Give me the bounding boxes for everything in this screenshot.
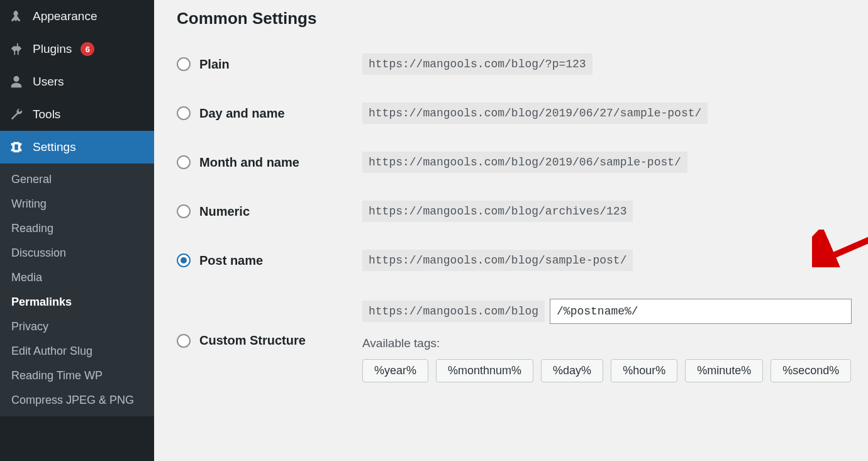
available-tags-row: %year% %monthnum% %day% %hour% %minute% … [362, 359, 852, 382]
radio-plain[interactable] [177, 57, 191, 71]
permalink-options: Plain https://mangools.com/blog/?p=123 D… [177, 53, 852, 382]
svg-line-1 [823, 235, 868, 260]
tag-button-minute[interactable]: %minute% [685, 359, 763, 382]
option-custom: Custom Structure https://mangools.com/bl… [177, 299, 852, 382]
users-icon [9, 74, 24, 89]
option-numeric: Numeric https://mangools.com/blog/archiv… [177, 201, 852, 222]
main-content: Common Settings Plain https://mangools.c… [154, 0, 868, 461]
sidebar-item-appearance[interactable]: Appearance [0, 0, 154, 33]
example-url: https://mangools.com/blog/?p=123 [362, 53, 593, 75]
available-tags-label: Available tags: [362, 336, 852, 350]
option-plain: Plain https://mangools.com/blog/?p=123 [177, 53, 852, 75]
option-label: Month and name [199, 155, 299, 170]
plugins-icon [9, 42, 24, 57]
settings-icon [9, 140, 24, 155]
plugins-update-badge: 6 [81, 42, 94, 56]
option-label: Day and name [199, 106, 285, 121]
radio-post-name[interactable] [177, 253, 191, 267]
radio-custom[interactable] [177, 334, 191, 348]
radio-day-name[interactable] [177, 106, 191, 120]
tools-icon [9, 107, 24, 122]
tag-button-year[interactable]: %year% [362, 359, 428, 382]
radio-numeric[interactable] [177, 204, 191, 218]
radio-label-numeric[interactable]: Numeric [177, 204, 350, 219]
option-post-name: Post name https://mangools.com/blog/samp… [177, 250, 852, 271]
annotation-arrow-icon [812, 230, 868, 267]
radio-label-day-name[interactable]: Day and name [177, 106, 350, 121]
sub-item-compress-jpeg-png[interactable]: Compress JPEG & PNG [0, 388, 154, 413]
sidebar-item-plugins[interactable]: Plugins 6 [0, 33, 154, 65]
example-url: https://mangools.com/blog/archives/123 [362, 201, 633, 222]
sidebar-item-label: Settings [33, 140, 76, 154]
sub-item-edit-author-slug[interactable]: Edit Author Slug [0, 339, 154, 364]
sub-item-writing[interactable]: Writing [0, 192, 154, 216]
sub-item-permalinks[interactable]: Permalinks [0, 290, 154, 314]
sub-item-reading-time-wp[interactable]: Reading Time WP [0, 364, 154, 388]
tag-button-day[interactable]: %day% [541, 359, 603, 382]
sidebar-item-label: Users [33, 75, 64, 89]
option-day-name: Day and name https://mangools.com/blog/2… [177, 103, 852, 124]
example-url: https://mangools.com/blog/sample-post/ [362, 250, 633, 271]
radio-label-month-name[interactable]: Month and name [177, 155, 350, 170]
tag-button-second[interactable]: %second% [771, 359, 851, 382]
sub-item-media[interactable]: Media [0, 265, 154, 290]
example-url: https://mangools.com/blog/2019/06/sample… [362, 152, 687, 173]
custom-structure-input[interactable] [550, 299, 852, 324]
option-label: Numeric [199, 204, 250, 219]
appearance-icon [9, 9, 24, 24]
radio-label-custom[interactable]: Custom Structure [177, 333, 350, 348]
tag-button-hour[interactable]: %hour% [611, 359, 677, 382]
sidebar-item-tools[interactable]: Tools [0, 98, 154, 131]
radio-label-plain[interactable]: Plain [177, 57, 350, 72]
tag-button-monthnum[interactable]: %monthnum% [436, 359, 533, 382]
sidebar-item-label: Plugins [33, 42, 72, 56]
sidebar-item-settings[interactable]: Settings [0, 131, 154, 164]
sub-item-reading[interactable]: Reading [0, 216, 154, 241]
settings-submenu: General Writing Reading Discussion Media… [0, 164, 154, 416]
admin-sidebar: Appearance Plugins 6 Users Tools Setting… [0, 0, 154, 461]
option-label: Custom Structure [199, 333, 306, 348]
section-heading: Common Settings [177, 9, 852, 28]
option-label: Post name [199, 253, 263, 268]
sub-item-general[interactable]: General [0, 167, 154, 192]
option-month-name: Month and name https://mangools.com/blog… [177, 152, 852, 173]
radio-month-name[interactable] [177, 155, 191, 169]
sidebar-item-users[interactable]: Users [0, 65, 154, 98]
radio-label-post-name[interactable]: Post name [177, 253, 350, 268]
sub-item-discussion[interactable]: Discussion [0, 241, 154, 265]
sub-item-privacy[interactable]: Privacy [0, 314, 154, 339]
example-url: https://mangools.com/blog/2019/06/27/sam… [362, 103, 708, 124]
sidebar-item-label: Tools [33, 108, 60, 121]
option-label: Plain [199, 57, 230, 72]
sidebar-item-label: Appearance [33, 9, 97, 23]
custom-base-url: https://mangools.com/blog [362, 301, 545, 322]
custom-structure-row: https://mangools.com/blog [362, 299, 852, 324]
